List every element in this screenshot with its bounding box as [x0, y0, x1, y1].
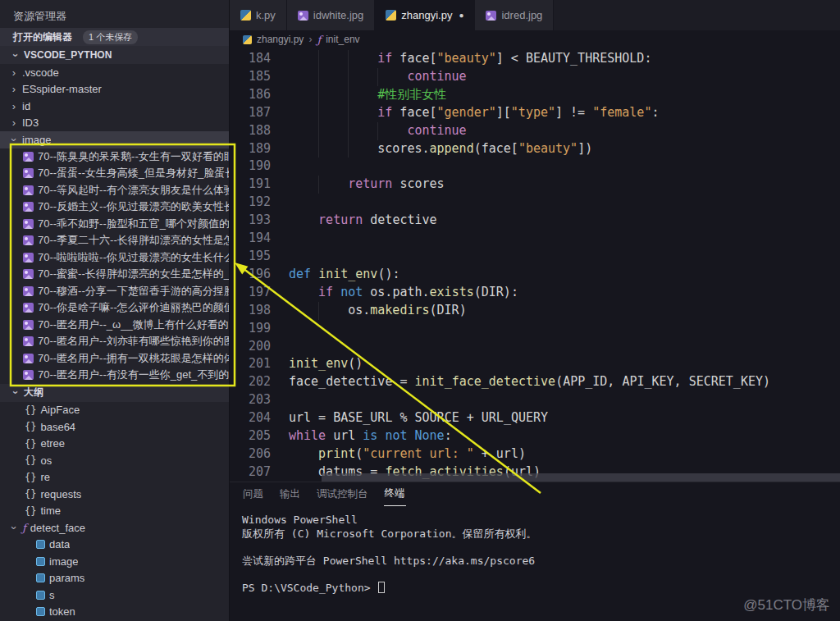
folder-image[interactable]: ›image	[0, 131, 229, 148]
tab-label: idred.jpg	[501, 9, 542, 21]
variable-icon	[36, 573, 45, 582]
image-file-row[interactable]: 70--匿名用户--刘亦菲有哪些惊艳到你的图	[0, 333, 229, 350]
image-file-icon	[23, 320, 34, 330]
indent-guide	[318, 302, 348, 320]
image-file-row[interactable]: 70--蜜蜜--长得胖却漂亮的女生是怎样的_	[0, 266, 229, 283]
breadcrumb-file[interactable]: zhangyi.py	[257, 34, 304, 45]
code-line[interactable]: 197if not os.path.exists(DIR):	[230, 284, 840, 302]
file-label: 70--蜜蜜--长得胖却漂亮的女生是怎样的_	[38, 267, 229, 281]
folder-id[interactable]: ›id	[0, 98, 229, 115]
image-file-row[interactable]: 70--反婚主义--你见过最漂亮的欧美女性长	[0, 199, 229, 216]
image-file-row[interactable]: 70--季夏二十六--长得胖却漂亮的女性是怎	[0, 232, 229, 249]
outline-module-row[interactable]: {}base64	[0, 418, 229, 436]
chevron-down-icon: ›	[10, 51, 22, 59]
indent-guide	[377, 68, 407, 86]
code-line[interactable]: 184if face["beauty"] < BEAUTY_THRESHOLD:	[230, 50, 840, 68]
code-line[interactable]: 198os.makedirs(DIR)	[230, 302, 840, 320]
outline-module-row[interactable]: {}requests	[0, 486, 229, 503]
code-line[interactable]: 200	[230, 338, 840, 356]
code-line[interactable]: 189scores.append(face["beauty"])	[230, 140, 840, 158]
outline-section[interactable]: › 大纲	[0, 384, 229, 402]
code-line[interactable]: 201init_env()	[230, 355, 840, 373]
code-line[interactable]: 191return scores	[230, 176, 840, 194]
outline-module-row[interactable]: {}etree	[0, 436, 229, 453]
code-line[interactable]: 196def init_env():	[230, 266, 840, 284]
folder-ESspider-master[interactable]: ›ESspider-master	[0, 81, 229, 98]
line-number: 189	[230, 140, 271, 158]
line-number: 199	[230, 320, 271, 338]
outline-module-row[interactable]: {}re	[0, 469, 229, 486]
code-line[interactable]: 199	[230, 320, 840, 338]
terminal-tab-输出[interactable]: 输出	[279, 487, 301, 506]
code-line[interactable]: 203	[230, 391, 840, 409]
indent-guide	[318, 68, 348, 86]
horizontal-scrollbar[interactable]	[322, 473, 840, 482]
file-label: 70--季夏二十六--长得胖却漂亮的女性是怎	[38, 233, 229, 248]
image-file-icon	[23, 303, 34, 313]
folder-label: id	[22, 100, 30, 112]
code-line[interactable]: 206print("current url: " + url)	[230, 445, 840, 463]
code-line[interactable]: 187if face["gender"]["type"] != "female"…	[230, 104, 840, 122]
code-line[interactable]: 193return detective	[230, 212, 840, 230]
code-line[interactable]: 185continue	[230, 68, 840, 86]
image-file-row[interactable]: 70--等风起时--有个漂亮女朋友是什么体验	[0, 182, 229, 199]
editor-tab-zhangyi.py[interactable]: zhangyi.py●	[375, 0, 475, 30]
outline-module-row[interactable]: {}time	[0, 503, 229, 520]
namespace-icon: {}	[25, 454, 36, 466]
project-label: VSCODE_PYTHON	[24, 49, 112, 61]
code-line[interactable]: 205while url is not None:	[230, 427, 840, 445]
vscode-window: 资源管理器 打开的编辑器 1 个未保存 › VSCODE_PYTHON ›.vs…	[0, 0, 840, 621]
line-number: 206	[230, 445, 271, 463]
outline-variable-row[interactable]: data	[0, 537, 229, 554]
indent-guide	[318, 122, 348, 140]
code-line[interactable]: 192	[230, 194, 840, 212]
outline-module-row[interactable]: {}AipFace	[0, 402, 229, 419]
breadcrumb-symbol[interactable]: init_env	[326, 34, 359, 45]
code-line[interactable]: 190	[230, 158, 840, 176]
image-file-row[interactable]: 70--匿名用户--有没有一些你_get_不到的神	[0, 367, 229, 384]
code-line[interactable]: 195	[230, 248, 840, 266]
image-file-row[interactable]: 70--乖不如野--脸型和五官_哪个对颜值的影	[0, 216, 229, 233]
outline-function-row[interactable]: ›ƒdetect_face	[0, 519, 229, 537]
terminal-tab-终端[interactable]: 终端	[384, 486, 406, 506]
breadcrumb: zhangyi.py › ƒ init_env	[230, 30, 840, 48]
open-editors-section[interactable]: 打开的编辑器 1 个未保存	[0, 28, 229, 46]
folder-ID3[interactable]: ›ID3	[0, 115, 229, 132]
outline-variable-row[interactable]: s	[0, 587, 229, 604]
editor-tab-idred.jpg[interactable]: idred.jpg	[475, 0, 554, 30]
image-file-row[interactable]: 70--匿名用户--_ω__微博上有什么好看的	[0, 317, 229, 334]
outline-variable-row[interactable]: token	[0, 604, 229, 621]
outline-variable-row[interactable]: params	[0, 570, 229, 587]
token: if	[318, 285, 333, 299]
token: continue	[407, 69, 466, 84]
unsaved-count-badge: 1 个未保存	[83, 30, 138, 44]
code-editor[interactable]: 184if face["beauty"] < BEAUTY_THRESHOLD:…	[230, 48, 840, 482]
image-file-row[interactable]: 70--穆酒--分享一下楚留香手游的高分捏脸	[0, 283, 229, 300]
image-file-row[interactable]: 70--蛋蛋--女生身高矮_但是身材好_脸蛋长	[0, 165, 229, 182]
terminal-content[interactable]: Windows PowerShell版权所有 (C) Microsoft Cor…	[242, 514, 840, 595]
editor-tab-k.py[interactable]: k.py	[230, 0, 287, 30]
terminal-line: Windows PowerShell	[242, 514, 840, 527]
line-number: 204	[230, 409, 271, 427]
terminal-tab-问题[interactable]: 问题	[242, 487, 264, 506]
editor-tab-idwhite.jpg[interactable]: idwhite.jpg	[287, 0, 375, 30]
terminal-prompt-line[interactable]: PS D:\VSCode_Python>	[242, 582, 840, 596]
outline-variable-row[interactable]: image	[0, 553, 229, 570]
code-line[interactable]: 194	[230, 230, 840, 248]
code-line[interactable]: 188continue	[230, 122, 840, 140]
project-section[interactable]: › VSCODE_PYTHON	[0, 46, 229, 64]
image-file-icon	[23, 269, 34, 279]
terminal-tab-调试控制台[interactable]: 调试控制台	[316, 487, 369, 506]
image-file-row[interactable]: 70--你是啥子嘛--怎么评价迪丽热巴的颜值	[0, 299, 229, 317]
outline-module-row[interactable]: {}os	[0, 452, 229, 469]
code-line[interactable]: 204url = BASE_URL % SOURCE + URL_QUERY	[230, 409, 840, 427]
line-number: 186	[230, 86, 271, 104]
image-file-row[interactable]: 70--陈臭臭的呆呆鹅--女生有一双好看的眼	[0, 148, 229, 166]
namespace-icon: {}	[25, 488, 36, 500]
code-line[interactable]: 202face_detective = init_face_detective(…	[230, 373, 840, 391]
image-file-row[interactable]: 70--匿名用户--拥有一双桃花眼是怎样的体	[0, 350, 229, 368]
folder-.vscode[interactable]: ›.vscode	[0, 64, 229, 81]
function-label: detect_face	[30, 522, 85, 534]
code-line[interactable]: 186#性别非女性	[230, 86, 840, 104]
image-file-row[interactable]: 70--啦啦啦啦--你见过最漂亮的女生长什么	[0, 249, 229, 267]
